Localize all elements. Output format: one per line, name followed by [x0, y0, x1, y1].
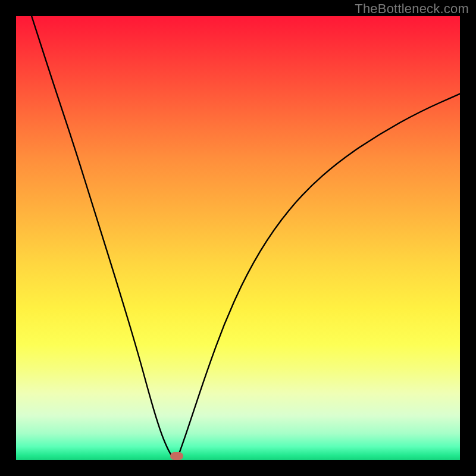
- plot-area: [16, 16, 460, 460]
- minimum-marker: [170, 452, 183, 460]
- watermark-text: TheBottleneck.com: [355, 1, 469, 17]
- bottleneck-curve: [16, 16, 460, 460]
- outer-frame: TheBottleneck.com: [0, 0, 476, 476]
- curve-left-branch: [32, 16, 175, 460]
- curve-right-branch: [177, 94, 460, 460]
